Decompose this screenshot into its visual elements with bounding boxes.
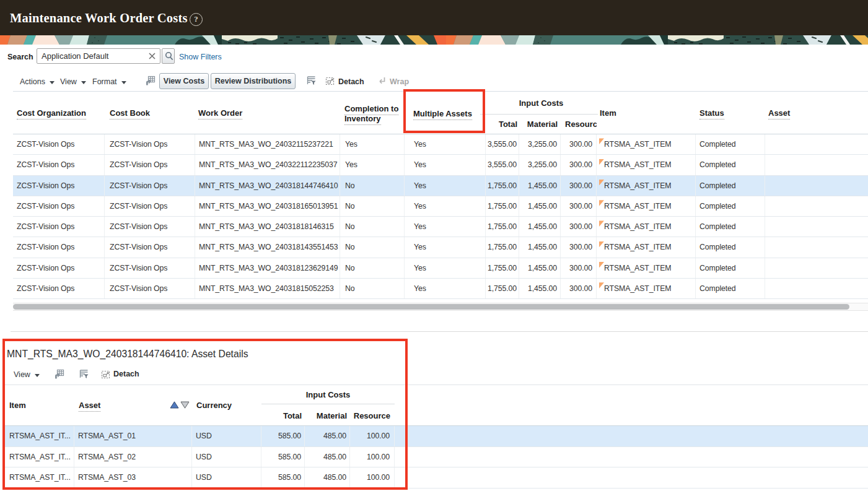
table-cell: 3,255.00 bbox=[519, 134, 561, 154]
table-row[interactable]: RTSMA_AST_IT...RTSMA_AST_02USD585.00485.… bbox=[5, 447, 868, 468]
detail-query-by-example-icon[interactable] bbox=[79, 369, 89, 380]
detail-column-header-currency[interactable]: Currency bbox=[196, 401, 232, 410]
detach-button[interactable]: Detach bbox=[338, 77, 364, 86]
column-header-completion-to-inventory[interactable]: Completion to Inventory bbox=[344, 104, 406, 123]
detail-export-to-excel-icon[interactable] bbox=[54, 369, 64, 380]
detail-detach-button[interactable]: Detach bbox=[113, 370, 139, 378]
table-cell: ZCST-Vision Ops bbox=[105, 155, 195, 175]
horizontal-scrollbar-track[interactable] bbox=[13, 303, 868, 311]
table-cell: 1,455.00 bbox=[519, 217, 561, 237]
table-cell: RTSMA_AST_ITEM bbox=[597, 134, 696, 154]
detail-column-header-total[interactable]: Total bbox=[261, 411, 302, 420]
table-cell bbox=[765, 155, 868, 175]
table-cell: Completed bbox=[696, 134, 765, 154]
search-input[interactable] bbox=[37, 48, 160, 64]
group-header-divider bbox=[480, 114, 598, 115]
column-header-asset[interactable]: Asset bbox=[768, 108, 790, 118]
table-row[interactable]: ZCST-Vision OpsZCST-Vision OpsMNT_RTS_MA… bbox=[13, 155, 868, 175]
table-cell: 585.00 bbox=[261, 426, 305, 446]
view-costs-button[interactable]: View Costs bbox=[159, 73, 209, 89]
wrap-icon bbox=[377, 76, 387, 86]
table-cell bbox=[765, 134, 868, 154]
table-row[interactable]: ZCST-Vision OpsZCST-Vision OpsMNT_RTS_MA… bbox=[13, 237, 868, 258]
table-row[interactable]: ZCST-Vision OpsZCST-Vision OpsMNT_RTS_MA… bbox=[13, 258, 868, 279]
table-row[interactable]: ZCST-Vision OpsZCST-Vision OpsMNT_RTS_MA… bbox=[13, 279, 868, 299]
detail-column-header-material[interactable]: Material bbox=[305, 411, 347, 420]
show-filters-link[interactable]: Show Filters bbox=[179, 53, 222, 61]
column-header-status[interactable]: Status bbox=[699, 108, 724, 118]
review-distributions-button[interactable]: Review Distributions bbox=[211, 73, 296, 89]
view-menu[interactable]: View bbox=[60, 77, 86, 86]
export-to-excel-icon[interactable] bbox=[145, 76, 156, 86]
table-cell: RTSMA_AST_IT... bbox=[5, 467, 74, 488]
table-row[interactable]: ZCST-Vision OpsZCST-Vision OpsMNT_RTS_MA… bbox=[13, 134, 868, 155]
table-cell: 300.00 bbox=[561, 176, 597, 196]
changed-cell-marker-icon bbox=[599, 180, 604, 186]
table-cell: Completed bbox=[696, 237, 765, 257]
table-cell: No bbox=[340, 258, 405, 278]
format-menu[interactable]: Format bbox=[92, 77, 126, 86]
search-button[interactable] bbox=[162, 48, 175, 64]
decorative-banner bbox=[0, 35, 868, 45]
table-cell: RTSMA_AST_ITEM bbox=[597, 217, 696, 237]
help-icon[interactable]: ? bbox=[190, 13, 203, 26]
table-cell: MNT_RTS_MA3_WO_240318144746410 bbox=[195, 176, 340, 196]
table-cell: 1,755.00 bbox=[486, 237, 519, 257]
detail-detach-icon[interactable] bbox=[100, 369, 111, 380]
horizontal-scrollbar-thumb[interactable] bbox=[13, 304, 849, 310]
table-cell: 3,255.00 bbox=[519, 155, 561, 175]
changed-cell-marker-icon bbox=[599, 159, 604, 165]
detail-column-header-resource[interactable]: Resource bbox=[350, 411, 390, 420]
detach-icon[interactable] bbox=[325, 76, 335, 86]
table-cell: Yes bbox=[405, 196, 486, 216]
table-cell: 100.00 bbox=[350, 447, 395, 467]
table-cell: MNT_RTS_MA3_WO_240318123629149 bbox=[195, 258, 340, 278]
column-header-work-order[interactable]: Work Order bbox=[198, 108, 242, 118]
query-by-example-icon[interactable] bbox=[306, 76, 317, 86]
clear-search-icon[interactable] bbox=[147, 51, 157, 61]
table-cell: No bbox=[340, 237, 405, 257]
asset-details-table-body: RTSMA_AST_IT...RTSMA_AST_01USD585.00485.… bbox=[5, 426, 868, 489]
actions-menu[interactable]: Actions bbox=[20, 77, 55, 86]
table-cell: RTSMA_AST_ITEM bbox=[597, 279, 696, 298]
table-row[interactable]: RTSMA_AST_IT...RTSMA_AST_03USD585.00485.… bbox=[5, 467, 868, 489]
table-cell: RTSMA_AST_IT... bbox=[5, 426, 74, 446]
table-cell: 1,755.00 bbox=[486, 217, 519, 237]
table-cell bbox=[765, 176, 868, 196]
changed-cell-marker-icon bbox=[599, 220, 604, 227]
table-cell: RTSMA_AST_02 bbox=[74, 447, 192, 467]
table-row[interactable]: ZCST-Vision OpsZCST-Vision OpsMNT_RTS_MA… bbox=[13, 217, 868, 237]
column-header-cost-book[interactable]: Cost Book bbox=[110, 108, 150, 118]
table-cell-filler bbox=[395, 447, 868, 467]
table-cell bbox=[765, 196, 868, 216]
column-header-total[interactable]: Total bbox=[486, 119, 517, 129]
table-row[interactable]: RTSMA_AST_IT...RTSMA_AST_01USD585.00485.… bbox=[5, 426, 868, 447]
table-cell: 485.00 bbox=[305, 426, 350, 446]
table-row[interactable]: ZCST-Vision OpsZCST-Vision OpsMNT_RTS_MA… bbox=[13, 196, 868, 217]
table-cell: No bbox=[340, 196, 405, 216]
table-row[interactable]: ZCST-Vision OpsZCST-Vision OpsMNT_RTS_MA… bbox=[13, 176, 868, 196]
search-label: Search bbox=[7, 53, 33, 61]
detail-view-menu[interactable]: View bbox=[14, 370, 40, 379]
table-cell: ZCST-Vision Ops bbox=[13, 176, 105, 196]
page: Maintenance Work Order Costs ? bbox=[0, 0, 868, 491]
column-header-resource[interactable]: Resource bbox=[565, 119, 597, 129]
table-cell: ZCST-Vision Ops bbox=[105, 176, 195, 196]
column-header-item[interactable]: Item bbox=[600, 108, 616, 118]
work-orders-table-body: ZCST-Vision OpsZCST-Vision OpsMNT_RTS_MA… bbox=[13, 134, 868, 299]
column-header-multiple-assets[interactable]: Multiple Assets bbox=[413, 109, 472, 118]
table-cell: ZCST-Vision Ops bbox=[105, 196, 195, 216]
table-cell: ZCST-Vision Ops bbox=[105, 279, 195, 298]
table-cell: MNT_RTS_MA3_WO_24032115237221 bbox=[195, 134, 340, 154]
table-cell: 300.00 bbox=[561, 217, 597, 237]
column-header-material[interactable]: Material bbox=[519, 119, 558, 129]
column-header-cost-organization[interactable]: Cost Organization bbox=[17, 108, 86, 118]
magnifier-icon bbox=[165, 51, 173, 61]
sort-descending-icon[interactable] bbox=[180, 401, 190, 409]
table-cell: USD bbox=[192, 426, 261, 446]
detail-column-header-item[interactable]: Item bbox=[9, 401, 26, 410]
table-cell: 100.00 bbox=[350, 467, 395, 488]
detail-column-header-asset[interactable]: Asset bbox=[79, 401, 100, 410]
sort-ascending-icon[interactable] bbox=[170, 401, 179, 409]
changed-cell-marker-icon bbox=[599, 282, 604, 289]
